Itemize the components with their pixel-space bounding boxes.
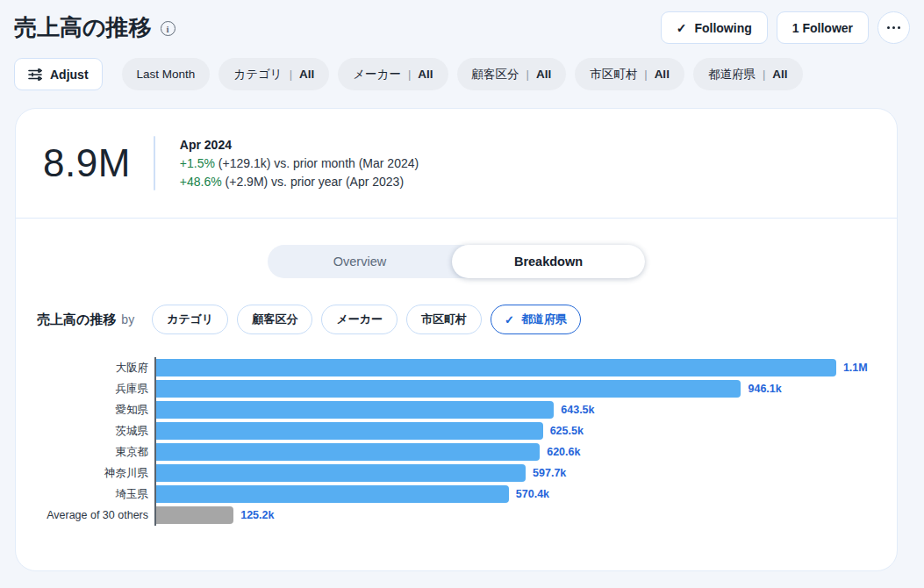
value-label: 946.1k — [748, 383, 781, 395]
kpi-vs-prior-month: +1.5% (+129.1k) vs. prior month (Mar 202… — [180, 154, 419, 173]
bar[interactable] — [156, 485, 509, 503]
adjust-label: Adjust — [50, 68, 89, 82]
value-label: 620.6k — [547, 446, 580, 458]
bar-row: 大阪府1.1M — [37, 357, 876, 378]
breakdown-title: 売上高の推移 — [37, 312, 116, 328]
value-label: 643.5k — [561, 404, 594, 416]
bar-row: 茨城県625.5k — [37, 420, 876, 441]
bar[interactable] — [156, 443, 540, 461]
delta-month-pct: +1.5% — [180, 156, 215, 170]
kpi-section: 8.9M Apr 2024 +1.5% (+129.1k) vs. prior … — [16, 109, 897, 218]
check-icon: ✓ — [677, 21, 687, 35]
sliders-icon — [28, 68, 42, 81]
value-label: 597.7k — [533, 467, 566, 479]
page-title: 売上高の推移 — [14, 12, 152, 43]
breakdown-by-row: 売上高の推移 by カテゴリ顧客区分メーカー市区町村✓都道府県 — [37, 305, 897, 334]
category-label: 神奈川県 — [37, 466, 154, 481]
breakdown-option-4[interactable]: ✓都道府県 — [491, 305, 581, 334]
ellipsis-icon — [887, 26, 891, 30]
filter-chip-1[interactable]: カテゴリ|All — [218, 58, 329, 90]
bar[interactable] — [156, 401, 554, 419]
category-label: 東京都 — [37, 445, 154, 460]
adjust-button[interactable]: Adjust — [14, 58, 103, 90]
category-label: Average of 30 others — [37, 509, 154, 521]
bar-chart: 大阪府1.1M兵庫県946.1k愛知県643.5k茨城県625.5k東京都620… — [37, 357, 876, 526]
view-toggle: Overview Breakdown — [268, 245, 645, 278]
category-label: 大阪府 — [37, 361, 154, 376]
filter-chip-4[interactable]: 市区町村|All — [575, 58, 684, 90]
kpi-period: Apr 2024 — [180, 136, 419, 154]
bar-row: 兵庫県946.1k — [37, 378, 876, 399]
bar[interactable] — [156, 422, 543, 440]
bar-row: 東京都620.6k — [37, 441, 876, 463]
check-icon: ✓ — [505, 313, 514, 326]
breakdown-option-0[interactable]: カテゴリ — [152, 305, 228, 334]
breakdown-option-1[interactable]: 顧客区分 — [237, 305, 312, 334]
following-button[interactable]: ✓ Following — [661, 11, 768, 44]
follower-button[interactable]: 1 Follower — [777, 11, 869, 44]
kpi-chart-card: 8.9M Apr 2024 +1.5% (+129.1k) vs. prior … — [15, 108, 898, 571]
chart-section: Overview Breakdown 売上高の推移 by カテゴリ顧客区分メーカ… — [16, 219, 897, 526]
filter-chip-2[interactable]: メーカー|All — [338, 58, 448, 90]
kpi-divider — [154, 136, 155, 190]
header: 売上高の推移 i ✓ Following 1 Follower — [0, 0, 924, 44]
bar-row: 埼玉県570.4k — [37, 484, 876, 505]
filter-chip-5[interactable]: 都道府県|All — [693, 58, 803, 90]
tab-breakdown[interactable]: Breakdown — [452, 245, 645, 278]
delta-year-pct: +48.6% — [180, 175, 222, 189]
bar[interactable] — [156, 359, 836, 376]
value-label: 125.2k — [240, 509, 274, 521]
bar[interactable] — [156, 464, 526, 482]
follower-label: 1 Follower — [792, 21, 853, 35]
breakdown-option-2[interactable]: メーカー — [321, 305, 398, 334]
bar-row: 愛知県643.5k — [37, 399, 876, 420]
following-label: Following — [694, 21, 751, 35]
bar[interactable] — [156, 380, 741, 398]
value-label: 1.1M — [843, 362, 868, 374]
category-label: 茨城県 — [37, 424, 154, 439]
value-label: 625.5k — [550, 425, 584, 437]
info-icon[interactable]: i — [161, 21, 175, 36]
breakdown-option-3[interactable]: 市区町村 — [406, 305, 482, 334]
breakdown-by-label: by — [121, 312, 134, 326]
tab-overview[interactable]: Overview — [268, 245, 452, 278]
more-button[interactable] — [877, 11, 910, 44]
value-label: 570.4k — [516, 488, 549, 500]
bar-row: Average of 30 others125.2k — [37, 505, 876, 526]
filter-chip-0[interactable]: Last Month — [122, 58, 211, 90]
filter-chip-3[interactable]: 顧客区分|All — [457, 58, 567, 90]
bar-row: 神奈川県597.7k — [37, 463, 876, 484]
category-label: 愛知県 — [37, 403, 154, 418]
bar[interactable] — [156, 506, 233, 524]
kpi-vs-prior-year: +48.6% (+2.9M) vs. prior year (Apr 2023) — [180, 173, 419, 191]
category-label: 兵庫県 — [37, 382, 154, 397]
filter-bar: Adjust Last Monthカテゴリ|Allメーカー|All顧客区分|Al… — [0, 58, 924, 90]
category-label: 埼玉県 — [37, 487, 154, 502]
kpi-value: 8.9M — [43, 141, 131, 185]
